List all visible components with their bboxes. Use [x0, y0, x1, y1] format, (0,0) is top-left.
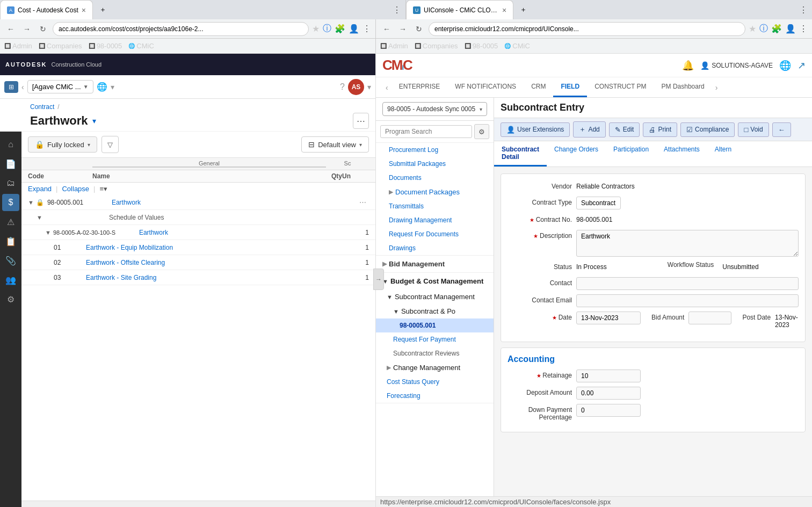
refresh-btn-left[interactable]: ↻: [37, 23, 49, 35]
add-btn[interactable]: ＋ Add: [573, 121, 605, 137]
globe-icon[interactable]: 🌐: [97, 82, 107, 92]
tab-crm[interactable]: CRM: [524, 77, 553, 97]
form-tab-change-orders[interactable]: Change Orders: [547, 141, 606, 166]
row-name-3[interactable]: Earthwork - Equip Mobilization: [86, 244, 337, 251]
row-more-0[interactable]: ⋯: [356, 198, 369, 206]
chrome-settings-left[interactable]: ⋮: [363, 24, 371, 34]
edit-btn[interactable]: ✎ Edit: [609, 122, 640, 137]
chrome-settings-right[interactable]: ⋮: [799, 24, 808, 34]
table-row[interactable]: ▼ 98-0005-A-02-30-100-S Earthwork 1: [21, 225, 375, 240]
address-input-left[interactable]: [53, 22, 309, 36]
retainage-input[interactable]: [576, 370, 641, 382]
lock-button[interactable]: 🔒 Fully locked ▾: [28, 136, 97, 153]
nav-transmittals[interactable]: Transmittals: [376, 199, 494, 213]
chrome-menu-right[interactable]: ⋮: [799, 5, 808, 15]
nav-bid-management[interactable]: ▶ Bid Management: [376, 256, 494, 272]
tab-wf-notifications[interactable]: WF NOTIFICATIONS: [447, 77, 524, 97]
back-btn-right[interactable]: ←: [380, 23, 393, 35]
nav-request-for-documents[interactable]: Request For Documents: [376, 227, 494, 241]
contract-type-select[interactable]: Subcontract: [576, 197, 621, 209]
row-toggle-1[interactable]: ▼: [37, 214, 42, 221]
left-tab-close[interactable]: ×: [82, 6, 86, 15]
nav-budget-cost[interactable]: ▼ Budget & Cost Management: [376, 273, 494, 289]
nav-request-for-payment[interactable]: Request For Payment: [376, 332, 494, 346]
bookmark-cmic-right[interactable]: 🌐 CMiC: [504, 42, 530, 50]
filter-button[interactable]: ▽: [102, 136, 119, 153]
forward-btn-right[interactable]: →: [396, 23, 409, 35]
nav-subcontractor-reviews[interactable]: Subcontractor Reviews: [376, 346, 494, 360]
sidebar-settings[interactable]: ⚙: [2, 291, 19, 308]
table-row[interactable]: 01 Earthwork - Equip Mobilization 1: [21, 240, 375, 255]
nav-arrow-left[interactable]: ‹: [21, 83, 24, 91]
right-browser-tab[interactable]: U UIConsole - CMiC CLOUD C... ×: [406, 0, 513, 19]
row-name-4[interactable]: Earthwork - Offsite Clearing: [86, 259, 337, 266]
extensions-icon-left[interactable]: 🧩: [335, 24, 345, 34]
more-options-btn[interactable]: ⋯: [353, 113, 369, 129]
app-selector[interactable]: [Agave CMiC ... ▼: [27, 80, 93, 93]
title-dropdown-icon[interactable]: ▾: [92, 117, 96, 125]
expand-btn[interactable]: Expand: [28, 185, 52, 193]
bookmark-companies-right[interactable]: 🔲 Companies: [415, 42, 458, 50]
notification-icon[interactable]: 🔔: [682, 60, 694, 71]
new-tab-left[interactable]: ＋: [93, 0, 110, 19]
deposit-amount-input[interactable]: [576, 387, 641, 400]
profile-icon-right[interactable]: 👤: [785, 24, 796, 34]
right-tab-close[interactable]: ×: [502, 6, 506, 15]
view-button[interactable]: ⊟ Default view ▾: [301, 136, 369, 153]
nav-document-packages[interactable]: ▶ Document Packages: [376, 185, 494, 199]
contact-input[interactable]: [576, 277, 799, 290]
nav-drawings[interactable]: Drawings: [376, 241, 494, 255]
info-icon-left[interactable]: ⓘ: [323, 23, 331, 34]
tab-pm-dashboard[interactable]: PM Dashboard: [654, 77, 712, 97]
program-search-input[interactable]: [380, 125, 472, 138]
bookmark-98-left[interactable]: 🔲 98-0005: [89, 42, 122, 50]
tab-construct-pm[interactable]: CONSTRUCT PM: [587, 77, 654, 97]
sidebar-submittals[interactable]: 📎: [2, 252, 19, 269]
row-toggle-0[interactable]: ▼: [28, 199, 34, 206]
nav-prev-arrow[interactable]: ‹: [382, 78, 392, 97]
row-name-2[interactable]: Earthwork: [139, 229, 337, 236]
project-dropdown[interactable]: 98-0005 - Autodesk Sync 0005 ▾: [382, 102, 487, 116]
horizontal-scrollbar[interactable]: [21, 501, 375, 507]
compliance-btn[interactable]: ☑ Compliance: [680, 122, 735, 137]
user-avatar[interactable]: AS: [348, 79, 364, 95]
chrome-menu-left[interactable]: ⋮: [393, 5, 401, 15]
nav-documents[interactable]: Documents: [376, 171, 494, 185]
table-row[interactable]: ▼ 🔒 98-0005.001 Earthwork ⋯: [21, 195, 375, 210]
form-tab-participation[interactable]: Participation: [606, 141, 656, 166]
user-extensions-btn[interactable]: 👤 User Extensions: [501, 122, 570, 137]
form-tab-detail[interactable]: SubcontractDetail: [494, 141, 547, 166]
down-payment-input[interactable]: [576, 404, 641, 417]
description-textarea[interactable]: Earthwork: [576, 230, 799, 257]
refresh-btn-right[interactable]: ↻: [412, 23, 425, 35]
bookmark-companies-left[interactable]: 🔲 Companies: [39, 42, 82, 50]
nav-next-arrow[interactable]: ›: [712, 78, 721, 97]
left-browser-tab[interactable]: A Cost - Autodesk Cost ×: [0, 0, 93, 19]
list-toggle-btn[interactable]: ≡▾: [99, 185, 107, 193]
print-btn[interactable]: 🖨 Print: [643, 122, 677, 137]
nav-98-0005-001[interactable]: 98-0005.001: [376, 318, 494, 332]
user-info[interactable]: 👤 SOLUTIONS-AGAVE: [700, 61, 773, 70]
address-input-right[interactable]: [429, 22, 745, 36]
void-btn[interactable]: □ Void: [738, 122, 769, 137]
row-name-5[interactable]: Earthwork - Site Grading: [86, 274, 337, 281]
tab-field[interactable]: FIELD: [553, 77, 587, 97]
globe-icon-right[interactable]: 🌐: [779, 60, 791, 71]
form-tab-attachments[interactable]: Attachments: [656, 141, 707, 166]
extensions-icon-right[interactable]: 🧩: [771, 24, 782, 34]
sidebar-team[interactable]: 👥: [2, 271, 19, 288]
back-arrow-btn[interactable]: ←: [772, 122, 791, 137]
search-settings-btn[interactable]: ⚙: [474, 124, 489, 139]
panel-collapse-btn[interactable]: →: [375, 276, 382, 283]
contact-email-input[interactable]: [576, 294, 799, 307]
nav-drawing-management[interactable]: Drawing Management: [376, 213, 494, 227]
bookmark-cmic-left[interactable]: 🌐 CMiC: [128, 42, 154, 50]
caret-icon[interactable]: ▾: [111, 83, 114, 91]
help-icon[interactable]: ?: [340, 82, 345, 92]
table-row[interactable]: 03 Earthwork - Site Grading 1: [21, 270, 375, 285]
nav-subcontract-po[interactable]: ▼ Subcontract & Po: [376, 304, 494, 318]
new-tab-right[interactable]: ＋: [513, 0, 531, 19]
row-toggle-2[interactable]: ▼: [45, 229, 51, 236]
profile-icon-left[interactable]: 👤: [349, 24, 359, 34]
share-icon-right[interactable]: ↗: [798, 60, 806, 71]
